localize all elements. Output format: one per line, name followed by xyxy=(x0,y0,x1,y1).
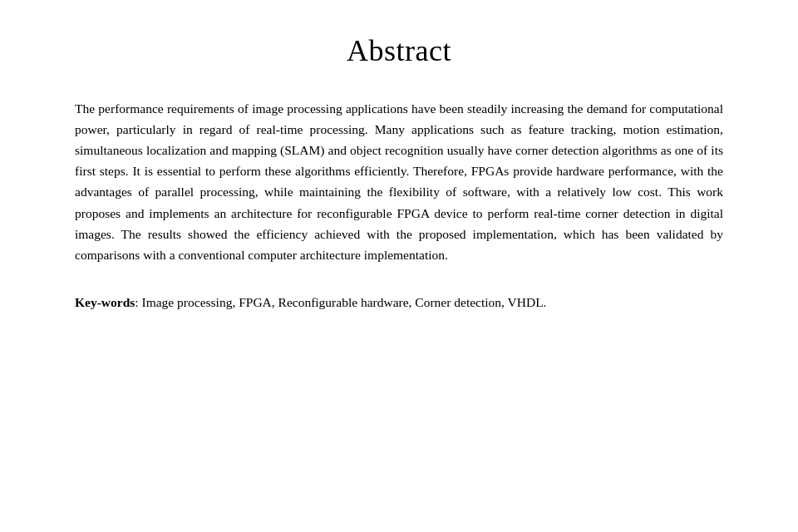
abstract-body: The performance requirements of image pr… xyxy=(75,98,723,265)
keywords-section: Key-words: Image processing, FPGA, Recon… xyxy=(75,292,723,313)
page: Abstract The performance requirements of… xyxy=(0,0,798,532)
keywords-text: Image processing, FPGA, Reconfigurable h… xyxy=(139,295,547,309)
abstract-paragraph: The performance requirements of image pr… xyxy=(75,98,723,265)
page-title: Abstract xyxy=(347,33,451,68)
keywords-label: Key-words xyxy=(75,295,135,309)
